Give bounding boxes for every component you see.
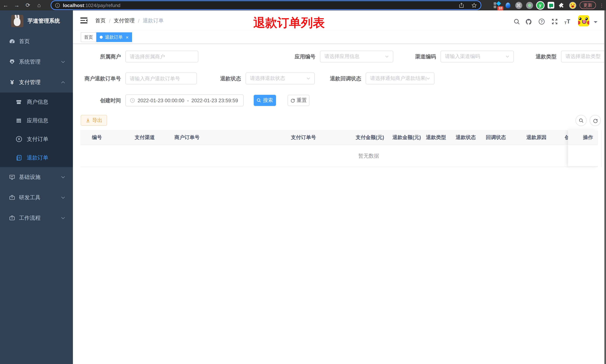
svg-text:¥: ¥ (18, 137, 20, 141)
col-callback-status[interactable]: 回调状态 (486, 130, 506, 145)
sidebar-item-refund-order[interactable]: 退款订单 (0, 148, 73, 167)
sidebar-item-home[interactable]: 首页 (0, 31, 73, 52)
col-pay-amount[interactable]: 支付金额(元) (356, 130, 384, 145)
page-info-icon[interactable] (55, 3, 60, 8)
col-id[interactable]: 编号 (92, 130, 102, 145)
clock-icon (130, 98, 135, 103)
user-menu-caret-icon[interactable] (594, 21, 597, 25)
chevron-up-icon (61, 81, 65, 83)
chat-extension-icon[interactable] (547, 1, 555, 9)
profile-avatar-icon[interactable] (569, 1, 576, 9)
page-title-annotation: 退款订单列表 (253, 15, 325, 31)
toggle-search-button[interactable] (576, 115, 587, 126)
sidebar-item-app-info[interactable]: 应用信息 (0, 111, 73, 130)
merchant-refund-no-input[interactable] (125, 73, 197, 84)
forward-icon[interactable]: → (11, 0, 22, 10)
url-host: localhost (63, 2, 84, 8)
merchant-input-field[interactable] (130, 54, 194, 59)
help-icon[interactable]: ? (538, 18, 545, 25)
briefcase-icon (9, 195, 16, 201)
extensions-puzzle-icon[interactable] (558, 1, 566, 9)
command-extension-icon[interactable]: ⌘ (515, 1, 522, 9)
empty-data-text: 暂无数据 (358, 145, 379, 167)
filter-label-channel-code: 渠道编码 (388, 51, 436, 63)
sidebar-item-pay-order[interactable]: ¥ 支付订单 (0, 130, 73, 148)
channel-code-select[interactable]: 请输入渠道编码 (440, 51, 514, 63)
app-logo-row[interactable]: 芋道管理系统 (0, 10, 73, 31)
col-refund-amount[interactable]: 退款金额(元) (393, 130, 421, 145)
refund-status-select[interactable]: 请选择退款状态 (246, 73, 315, 84)
collapse-sidebar-icon[interactable] (80, 17, 87, 23)
browser-update-button[interactable]: 更新 (580, 1, 596, 9)
filter-label-merchant: 所属商户 (73, 51, 121, 63)
browser-menu-icon[interactable]: ⋮ (599, 2, 603, 8)
sidebar-item-pay[interactable]: ¥ 支付管理 (0, 72, 73, 92)
sidebar-item-workflow[interactable]: 工作流程 (0, 208, 73, 228)
breadcrumb-home[interactable]: 首页 (95, 17, 106, 24)
chevron-down-icon (506, 55, 509, 58)
reset-button[interactable]: 重置 (288, 95, 310, 106)
col-refund-status[interactable]: 退款状态 (456, 130, 476, 145)
sidebar-item-label: 基础设施 (19, 174, 40, 181)
create-time-range-picker[interactable]: 2022-01-23 00:00:00 - 2022-01-23 23:59:5… (125, 94, 244, 106)
address-bar[interactable]: localhost:1024/pay/refund (51, 1, 481, 9)
chevron-down-icon (61, 176, 65, 178)
font-size-icon[interactable]: TT (564, 18, 571, 25)
sidebar-item-dev-tools[interactable]: 研发工具 (0, 187, 73, 208)
active-tab-dot (100, 36, 103, 39)
fullscreen-icon[interactable] (551, 18, 558, 25)
search-button[interactable]: 搜索 (254, 95, 276, 106)
main-area: 首页 / 支付管理 / 退款订单 退款订单列表 ? TT (73, 10, 606, 364)
tags-view-bar: 首页 退款订单 × (73, 31, 606, 44)
breadcrumb-pay[interactable]: 支付管理 (114, 17, 135, 24)
bookmark-manager-extension-icon[interactable]: 10 (493, 1, 501, 9)
extension-badge: 10 (497, 6, 503, 10)
yen-circle-icon: ¥ (15, 136, 22, 143)
refund-type-select[interactable]: 请选择退款类型 (561, 51, 606, 63)
sidebar-item-label: 退款订单 (27, 154, 48, 161)
end-date-value[interactable]: 2022-01-23 23:59:59 (191, 98, 239, 103)
reload-icon[interactable]: ⟳ (22, 0, 33, 10)
col-refund-type[interactable]: 退款类型 (426, 130, 446, 145)
merchant-input[interactable] (125, 51, 198, 63)
table-body: 暂无数据 (80, 145, 598, 167)
screen: ← → ⟳ ⌂ localhost:1024/pay/refund (0, 0, 606, 364)
filter-label-merchant-refund-no: 商户退款订单号 (73, 73, 121, 84)
back-icon[interactable]: ← (0, 0, 11, 10)
home-icon[interactable]: ⌂ (33, 0, 45, 10)
sidebar-item-label: 系统管理 (19, 58, 40, 65)
refresh-button[interactable] (590, 115, 601, 126)
recorder-extension-icon[interactable] (526, 1, 533, 9)
user-avatar[interactable] (578, 15, 589, 26)
filter-label-create-time: 创建时间 (73, 94, 121, 106)
search-icon[interactable] (513, 18, 520, 25)
sidebar-item-label: 支付订单 (27, 136, 48, 143)
chevron-down-icon (426, 77, 430, 79)
merchant-refund-no-field[interactable] (130, 76, 192, 81)
tab-home[interactable]: 首页 (81, 32, 96, 42)
bookmark-star-icon[interactable] (471, 2, 477, 8)
share-icon[interactable] (459, 3, 464, 8)
y-extension-icon[interactable]: y (536, 1, 544, 9)
tab-refund-order[interactable]: 退款订单 × (96, 32, 132, 42)
close-tab-icon[interactable]: × (126, 34, 129, 40)
svg-text:?: ? (540, 20, 543, 24)
col-pay-channel[interactable]: 支付渠道 (135, 130, 155, 145)
col-merchant-order-no[interactable]: 商户订单号 (174, 130, 199, 145)
breadcrumb: 首页 / 支付管理 / 退款订单 (95, 10, 164, 31)
export-button[interactable]: 导出 (81, 115, 107, 126)
github-icon[interactable] (525, 18, 532, 25)
col-pay-order-no[interactable]: 支付订单号 (291, 130, 316, 145)
sidebar-item-system[interactable]: 系统管理 (0, 52, 73, 72)
col-refund-reason[interactable]: 退款原因 (527, 130, 546, 145)
col-action[interactable]: 操作 (568, 130, 598, 145)
gem-extension-icon[interactable] (504, 1, 512, 9)
sidebar-item-infra[interactable]: 基础设施 (0, 167, 73, 187)
breadcrumb-current: 退款订单 (143, 17, 164, 24)
chevron-down-icon (385, 55, 389, 58)
sidebar-item-merchant-info[interactable]: 商户信息 (0, 92, 73, 111)
app-no-select[interactable]: 请选择应用信息 (320, 51, 393, 63)
callback-status-select[interactable]: 请选择通知商户退款结果的 (366, 73, 435, 84)
table-header: 编号 支付渠道 商户订单号 支付订单号 支付金额(元) 退款金额(元) 退款类型… (80, 130, 598, 145)
start-date-value[interactable]: 2022-01-23 00:00:00 (138, 98, 184, 103)
